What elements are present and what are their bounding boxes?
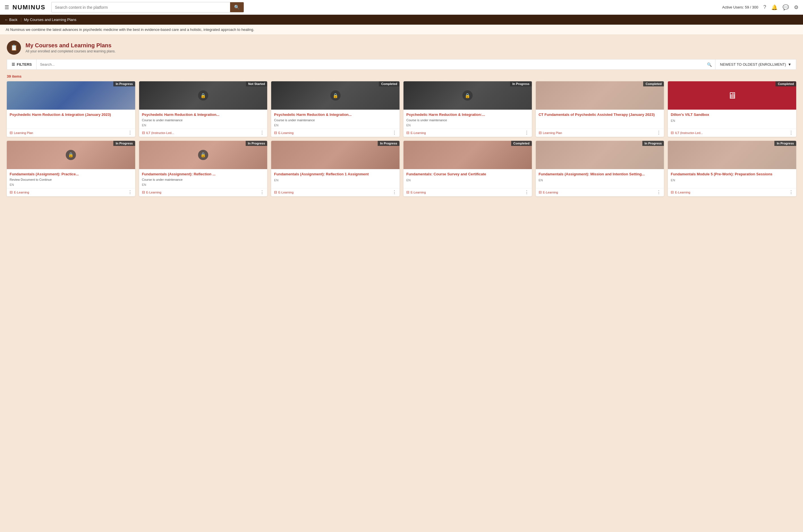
card-item[interactable]: 🖥 Completed Dillon's VILT Sandbox EN ⊟ I… bbox=[668, 81, 796, 137]
card-title: Psychedelic Harm Reduction & Integration… bbox=[10, 112, 132, 117]
card-title: Dillon's VILT Sandbox bbox=[671, 112, 793, 117]
settings-icon[interactable]: ⚙ bbox=[794, 4, 799, 11]
card-subtitle: Course is under maintenance bbox=[142, 118, 265, 122]
page-icon: 📋 bbox=[7, 40, 21, 55]
filter-search-icon[interactable]: 🔍 bbox=[707, 62, 712, 67]
card-menu-button[interactable]: ⋮ bbox=[656, 190, 661, 195]
page-title-section: 📋 My Courses and Learning Plans All your… bbox=[0, 35, 803, 59]
card-item[interactable]: Completed Fundamentals: Course Survey an… bbox=[404, 141, 532, 196]
card-image: In Progress bbox=[7, 81, 135, 110]
notification-icon[interactable]: 🔔 bbox=[771, 4, 778, 11]
card-menu-button[interactable]: ⋮ bbox=[789, 131, 793, 135]
card-footer-type: ⊟ ILT (Instructor-Led... bbox=[142, 131, 174, 135]
card-footer: ⊟ E-Learning ⋮ bbox=[139, 188, 267, 196]
help-icon[interactable]: ? bbox=[763, 4, 766, 10]
card-item[interactable]: In Progress Fundamentals (Assignment): R… bbox=[271, 141, 399, 196]
lock-icon: 🔒 bbox=[330, 90, 341, 100]
footer-type-label: E-Learning bbox=[14, 191, 29, 194]
footer-type-label: Learning Plan bbox=[543, 131, 562, 135]
card-item[interactable]: 🔒 In Progress Fundamentals (Assignment):… bbox=[7, 141, 135, 196]
chat-icon[interactable]: 💬 bbox=[783, 4, 789, 11]
card-footer-type: ⊟ ILT (Instructor-Led... bbox=[671, 131, 703, 135]
page-title-text: My Courses and Learning Plans All your e… bbox=[25, 42, 116, 53]
sort-button[interactable]: NEWEST TO OLDEST (ENROLLMENT) ▼ bbox=[715, 59, 796, 70]
card-lang: EN bbox=[671, 119, 793, 122]
card-body: Psychedelic Harm Reduction & Integration… bbox=[271, 110, 399, 129]
filter-search: 🔍 bbox=[37, 59, 715, 70]
card-menu-button[interactable]: ⋮ bbox=[128, 131, 132, 135]
footer-type-label: E-Learning bbox=[543, 191, 558, 194]
footer-type-label: ILT (Instructor-Led... bbox=[675, 131, 703, 135]
card-title: Psychedelic Harm Reduction & Integration… bbox=[406, 112, 529, 117]
card-menu-button[interactable]: ⋮ bbox=[789, 190, 793, 195]
card-footer-type: ⊟ E-Learning bbox=[539, 190, 558, 194]
card-lang: EN bbox=[406, 124, 529, 127]
card-menu-button[interactable]: ⋮ bbox=[392, 131, 397, 135]
footer-type-icon: ⊟ bbox=[406, 190, 409, 194]
footer-type-icon: ⊟ bbox=[142, 131, 145, 135]
status-badge: Completed bbox=[643, 81, 664, 87]
card-footer: ⊟ ILT (Instructor-Led... ⋮ bbox=[668, 129, 796, 137]
card-footer: ⊟ ILT (Instructor-Led... ⋮ bbox=[139, 129, 267, 137]
card-image: 🔒 In Progress bbox=[139, 141, 267, 169]
card-subtitle: Course is under maintenance bbox=[274, 118, 397, 122]
card-item[interactable]: 🔒 In Progress Fundamentals (Assignment):… bbox=[139, 141, 267, 196]
search-input[interactable] bbox=[52, 3, 230, 12]
card-item[interactable]: 🔒 Not Started Psychedelic Harm Reduction… bbox=[139, 81, 267, 137]
filters-button[interactable]: ☰ FILTERS bbox=[7, 59, 37, 70]
card-menu-button[interactable]: ⋮ bbox=[260, 131, 264, 135]
card-footer-type: ⊟ E-Learning bbox=[406, 190, 426, 194]
card-title: Psychedelic Harm Reduction & Integration… bbox=[274, 112, 397, 117]
card-footer-type: ⊟ Learning Plan bbox=[539, 131, 562, 135]
footer-type-label: E-Learning bbox=[278, 191, 294, 194]
card-item[interactable]: 🔒 In Progress Psychedelic Harm Reduction… bbox=[404, 81, 532, 137]
card-item[interactable]: 🔒 Completed Psychedelic Harm Reduction &… bbox=[271, 81, 399, 137]
header-right: Active Users: 59 / 300 ? 🔔 💬 ⚙ bbox=[722, 4, 799, 11]
search-bar: 🔍 bbox=[51, 2, 244, 13]
status-badge: In Progress bbox=[774, 141, 796, 146]
card-title: Fundamentals (Assignment): Reflection 1 … bbox=[274, 172, 397, 177]
filter-bar: ☰ FILTERS 🔍 NEWEST TO OLDEST (ENROLLMENT… bbox=[7, 59, 796, 70]
card-footer: ⊟ E-Learning ⋮ bbox=[7, 188, 135, 196]
banner-text: At Numinus we combine the latest advance… bbox=[6, 27, 254, 32]
card-image: Completed bbox=[404, 141, 532, 169]
card-footer-type: ⊟ E-Learning bbox=[274, 131, 294, 135]
card-title: CT Fundamentals of Psychedelic Assisted … bbox=[539, 112, 661, 117]
card-image: In Progress bbox=[668, 141, 796, 169]
footer-type-label: ILT (Instructor-Led... bbox=[146, 131, 174, 135]
footer-type-label: E-Learning bbox=[146, 191, 162, 194]
card-menu-button[interactable]: ⋮ bbox=[128, 190, 132, 195]
search-button[interactable]: 🔍 bbox=[230, 2, 244, 12]
card-menu-button[interactable]: ⋮ bbox=[392, 190, 397, 195]
card-item[interactable]: In Progress Fundamentals (Assignment): M… bbox=[536, 141, 664, 196]
card-footer: ⊟ E-Learning ⋮ bbox=[404, 188, 532, 196]
card-menu-button[interactable]: ⋮ bbox=[260, 190, 264, 195]
footer-type-label: E-Learning bbox=[411, 131, 426, 135]
status-badge: In Progress bbox=[378, 141, 399, 146]
card-item[interactable]: Completed CT Fundamentals of Psychedelic… bbox=[536, 81, 664, 137]
cards-grid: In Progress Psychedelic Harm Reduction &… bbox=[0, 81, 803, 203]
footer-type-icon: ⊟ bbox=[142, 190, 145, 194]
footer-type-label: E-Learning bbox=[675, 191, 690, 194]
menu-icon[interactable]: ☰ bbox=[4, 4, 9, 11]
footer-type-icon: ⊟ bbox=[274, 131, 277, 135]
card-image: In Progress bbox=[271, 141, 399, 169]
card-lang: EN bbox=[671, 178, 793, 182]
card-menu-button[interactable]: ⋮ bbox=[524, 190, 529, 195]
card-image: In Progress bbox=[536, 141, 664, 169]
card-image: 🖥 Completed bbox=[668, 81, 796, 110]
header: ☰ NUMINUS 🔍 Active Users: 59 / 300 ? 🔔 💬… bbox=[0, 0, 803, 15]
card-lang: EN bbox=[406, 178, 529, 182]
card-item[interactable]: In Progress Fundamentals Module 5 (Pre-W… bbox=[668, 141, 796, 196]
back-button[interactable]: ← Back bbox=[4, 18, 21, 22]
card-body: Fundamentals (Assignment): Reflection 1 … bbox=[271, 169, 399, 188]
monitor-icon: 🖥 bbox=[728, 90, 737, 101]
card-title: Fundamentals Module 5 (Pre-Work): Prepar… bbox=[671, 172, 793, 177]
filters-label: FILTERS bbox=[17, 62, 32, 66]
status-badge: Completed bbox=[776, 81, 796, 87]
card-menu-button[interactable]: ⋮ bbox=[656, 131, 661, 135]
card-menu-button[interactable]: ⋮ bbox=[524, 131, 529, 135]
card-item[interactable]: In Progress Psychedelic Harm Reduction &… bbox=[7, 81, 135, 137]
card-title: Fundamentals: Course Survey and Certific… bbox=[406, 172, 529, 177]
filter-search-input[interactable] bbox=[40, 59, 707, 70]
